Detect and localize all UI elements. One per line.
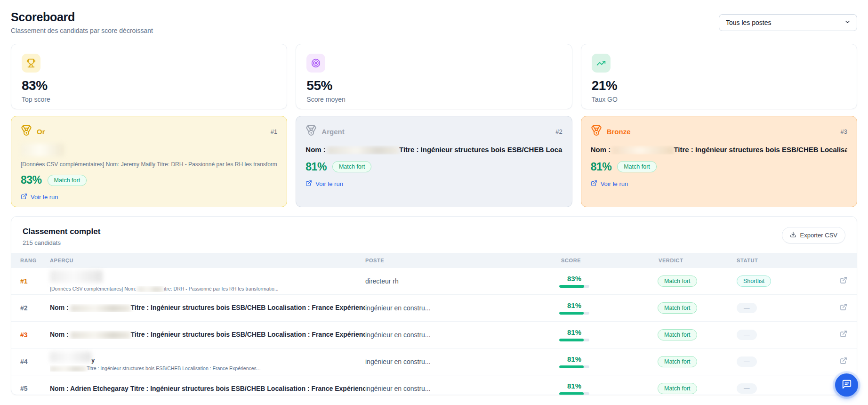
export-csv-button[interactable]: Exporter CSV xyxy=(782,227,845,243)
verdict-badge: Match fort xyxy=(658,275,697,287)
col-statut: STATUT xyxy=(729,258,832,263)
table-column-headers: RANG APERÇU POSTE SCORE VERDICT STATUT xyxy=(11,253,857,268)
topbar: Scoreboard Classement des candidats par … xyxy=(11,10,857,34)
page-subtitle: Classement des candidats par score décro… xyxy=(11,27,153,34)
medal-icon xyxy=(591,125,602,138)
meta-before: [Données CSV complémentaires] Nom: xyxy=(50,286,136,292)
verdict-cell: Match fort xyxy=(655,383,729,394)
podium-row: Or #1 [Données CSV complémentaires] Nom:… xyxy=(11,116,857,207)
apercu-cell: Nom : Adrien Etchegaray Titre : Ingénieu… xyxy=(50,385,365,392)
podium-rank: #2 xyxy=(555,128,562,135)
apercu-cell: [Données CSV complémentaires] Nom: itre:… xyxy=(50,270,365,292)
statut-cell: Shortlist xyxy=(729,275,832,287)
poste-filter-value: Tous les postes xyxy=(726,19,772,26)
podium-card-argent: Argent #2 Nom : Titre : Ingénieur struct… xyxy=(296,116,572,207)
table-row: #1 [Données CSV complémentaires] Nom: it… xyxy=(11,268,857,295)
meta-after: Titre : Ingénieur structures bois ESB/CH… xyxy=(87,365,261,371)
score-bar xyxy=(559,312,589,315)
table-row: #5 Nom : Adrien Etchegaray Titre : Ingén… xyxy=(11,375,857,395)
chat-icon xyxy=(842,379,852,391)
candidate-name-redacted xyxy=(328,146,399,154)
trophy-icon xyxy=(22,54,40,73)
score-cell: 81% xyxy=(559,355,589,368)
score-cell: 81% xyxy=(559,328,589,341)
open-run-button[interactable] xyxy=(832,330,852,340)
verdict-cell: Match fort xyxy=(655,302,729,314)
score-bar xyxy=(559,285,589,288)
meta-redacted xyxy=(137,287,164,292)
verdict-badge: Match fort xyxy=(658,356,697,367)
poste-cell: ingénieur en constru... xyxy=(365,304,555,312)
external-link-icon xyxy=(21,193,27,201)
external-link-icon xyxy=(591,180,597,188)
verdict-badge: Match fort xyxy=(48,175,87,186)
score-cell: 81% xyxy=(559,382,589,395)
rank-cell: #1 xyxy=(20,277,50,285)
table-title: Classement complet xyxy=(23,227,100,236)
poste-cell: ingénieur en constru... xyxy=(365,385,555,392)
rank-cell: #5 xyxy=(20,385,50,392)
score-moyen-label: Score moyen xyxy=(306,96,561,103)
stat-card-taux-go: 21% Taux GO xyxy=(581,44,857,109)
statut-badge: — xyxy=(737,383,757,394)
podium-card-bronze: Bronze #3 Nom : Titre : Ingénieur struct… xyxy=(581,116,857,207)
verdict-badge: Match fort xyxy=(332,161,372,172)
medal-label: Or xyxy=(37,128,45,136)
poste-filter-select[interactable]: Tous les postes xyxy=(719,14,857,31)
voir-le-run-link[interactable]: Voir le run xyxy=(305,180,343,188)
score-value: 81% xyxy=(559,328,589,336)
open-run-button[interactable] xyxy=(832,357,852,366)
download-icon xyxy=(790,231,796,239)
podium-score: 83% xyxy=(21,174,42,186)
verdict-cell: Match fort xyxy=(655,356,729,367)
voir-le-run-label: Voir le run xyxy=(601,180,628,187)
statut-badge: — xyxy=(737,356,757,367)
candidate-name-prefix: Nom : xyxy=(305,146,326,154)
statut-cell: — xyxy=(729,356,832,367)
chat-fab-button[interactable] xyxy=(835,373,858,397)
verdict-badge: Match fort xyxy=(658,383,697,394)
col-poste: POSTE xyxy=(365,258,555,263)
table-count: 215 candidats xyxy=(23,239,100,246)
statut-badge: — xyxy=(737,330,757,340)
trending-up-icon xyxy=(592,54,611,73)
verdict-badge: Match fort xyxy=(658,302,697,314)
candidate-meta: [Données CSV complémentaires] Nom: itre:… xyxy=(50,286,365,292)
score-value: 81% xyxy=(559,382,589,390)
candidate-name-redacted xyxy=(21,144,64,156)
candidate-name-redacted xyxy=(50,352,91,362)
verdict-badge: Match fort xyxy=(617,161,657,172)
podium-score: 81% xyxy=(591,161,612,173)
stats-row: 83% Top score 55% Score moyen 21% Taux G… xyxy=(11,44,857,109)
score-bar xyxy=(559,365,589,368)
rank-cell: #2 xyxy=(20,304,50,312)
meta-after: itre: DRH - Passionné par les RH les tra… xyxy=(164,286,278,292)
podium-or-header: Or #1 xyxy=(21,125,277,138)
verdict-cell: Match fort xyxy=(655,275,729,287)
candidate-meta: Titre : Ingénieur structures bois ESB/CH… xyxy=(50,365,365,372)
table-row: #4 y Titre : Ingénieur structures bois E… xyxy=(11,348,857,375)
candidate-title: Titre : Ingénieur structures bois ESB/CH… xyxy=(131,304,365,311)
poste-cell: directeur rh xyxy=(365,277,555,285)
chevron-down-icon xyxy=(844,18,851,27)
open-run-button[interactable] xyxy=(832,276,852,286)
podium-rank: #1 xyxy=(271,128,277,135)
open-run-button[interactable] xyxy=(832,303,852,313)
apercu-cell: Nom : Titre : Ingénieur structures bois … xyxy=(50,331,365,339)
medal-label: Argent xyxy=(321,128,344,136)
medal-label: Bronze xyxy=(607,128,631,136)
score-moyen-value: 55% xyxy=(306,78,561,93)
col-verdict: VERDICT xyxy=(655,258,729,263)
voir-le-run-link[interactable]: Voir le run xyxy=(21,193,58,201)
external-link-icon xyxy=(305,180,312,188)
apercu-cell: Nom : Titre : Ingénieur structures bois … xyxy=(50,304,365,312)
podium-card-or: Or #1 [Données CSV complémentaires] Nom:… xyxy=(11,116,287,207)
page-header: Scoreboard Classement des candidats par … xyxy=(11,10,153,34)
score-cell: 81% xyxy=(559,301,589,315)
poste-cell: ingénieur en constru... xyxy=(365,331,555,339)
candidate-name-prefix: Nom : xyxy=(591,146,611,154)
score-cell: 83% xyxy=(559,275,589,288)
voir-le-run-link[interactable]: Voir le run xyxy=(591,180,628,188)
podium-argent-header: Argent #2 xyxy=(305,125,562,138)
rank-cell: #4 xyxy=(20,358,50,365)
